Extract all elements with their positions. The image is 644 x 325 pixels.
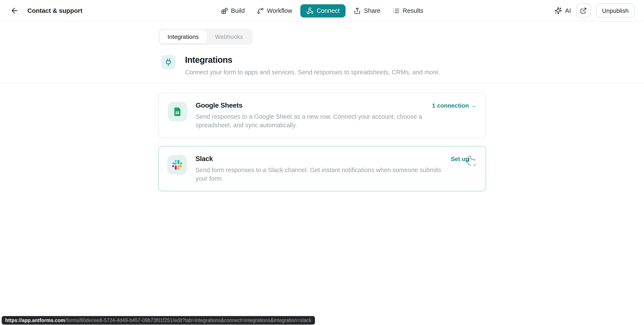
section-title: Integrations	[185, 55, 440, 65]
webhook-icon	[306, 7, 314, 14]
google-sheets-icon	[172, 106, 183, 117]
tab-integrations[interactable]: Integrations	[160, 30, 207, 44]
nav-tab-label: Connect	[317, 7, 340, 14]
nav-tab-build[interactable]: Build	[217, 4, 248, 17]
integrations-list: Google Sheets 1 connection → Send respon…	[158, 93, 486, 191]
tab-webhooks[interactable]: Webhooks	[207, 30, 251, 44]
connect-panel: Integrations Webhooks Integrations Conne…	[158, 21, 486, 76]
nav-tab-results[interactable]: Results	[388, 4, 427, 17]
integrations-section-text: Integrations Connect your form to apps a…	[185, 55, 440, 76]
build-icon	[221, 7, 228, 14]
integration-description: Send responses to a Google Sheet as a ne…	[196, 112, 445, 129]
section-subtitle: Connect your form to apps and services. …	[185, 69, 440, 76]
nav-tab-label: Build	[231, 7, 245, 14]
workflow-icon	[257, 7, 264, 14]
integration-card-google-sheets[interactable]: Google Sheets 1 connection → Send respon…	[158, 93, 486, 138]
google-sheets-connections-link[interactable]: 1 connection →	[432, 102, 476, 109]
card-body: Google Sheets 1 connection → Send respon…	[196, 102, 476, 129]
nav-tab-connect[interactable]: Connect	[300, 4, 346, 17]
page-title: Contact & support	[27, 7, 82, 14]
plug-icon	[164, 58, 172, 66]
app-root: Contact & support Build Workflow Connect…	[0, 0, 644, 325]
section-divider	[0, 83, 644, 83]
external-link-icon	[580, 7, 587, 14]
integration-name: Slack	[196, 155, 213, 163]
open-form-button[interactable]	[576, 4, 590, 18]
back-button[interactable]	[8, 5, 20, 17]
slack-set-up-link[interactable]: Set up →	[451, 155, 477, 162]
google-sheets-icon-tile	[168, 102, 187, 121]
top-bar: Contact & support Build Workflow Connect…	[0, 0, 644, 21]
card-body: Slack Set up → Send form responses to a …	[196, 155, 477, 183]
integration-name: Google Sheets	[196, 102, 242, 109]
status-url-origin: https://app.antforms.com	[5, 318, 65, 323]
status-bar-url: https://app.antforms.com/forms/80decee8-…	[2, 316, 315, 324]
connect-tabs: Integrations Webhooks	[158, 29, 252, 45]
slack-icon	[172, 160, 182, 170]
nav-tab-label: Workflow	[267, 7, 292, 14]
integration-description: Send form responses to a Slack channel. …	[196, 165, 445, 183]
integrations-icon-tile	[161, 55, 175, 69]
nav-tab-workflow[interactable]: Workflow	[253, 4, 296, 17]
nav-tab-share[interactable]: Share	[350, 4, 384, 17]
status-url-path: /forms/80decee8-5724-4d49-b457-09b73f01f…	[65, 318, 311, 323]
unpublish-button[interactable]: Unpublish	[596, 4, 634, 18]
slack-icon-tile	[167, 155, 187, 174]
integrations-section-header: Integrations Connect your form to apps a…	[158, 55, 486, 76]
share-icon	[354, 7, 361, 14]
main-nav: Build Workflow Connect Share Results	[217, 0, 427, 21]
arrow-left-icon	[10, 6, 19, 15]
nav-tab-label: Results	[403, 7, 423, 14]
integration-card-slack[interactable]: Slack Set up → Send form responses to a …	[158, 146, 486, 191]
sparkles-icon	[554, 7, 562, 14]
topbar-actions: AI Unpublish	[554, 4, 634, 18]
ai-button[interactable]: AI	[554, 7, 571, 14]
list-icon	[392, 7, 400, 14]
ai-label: AI	[565, 7, 571, 14]
nav-tab-label: Share	[364, 7, 380, 14]
